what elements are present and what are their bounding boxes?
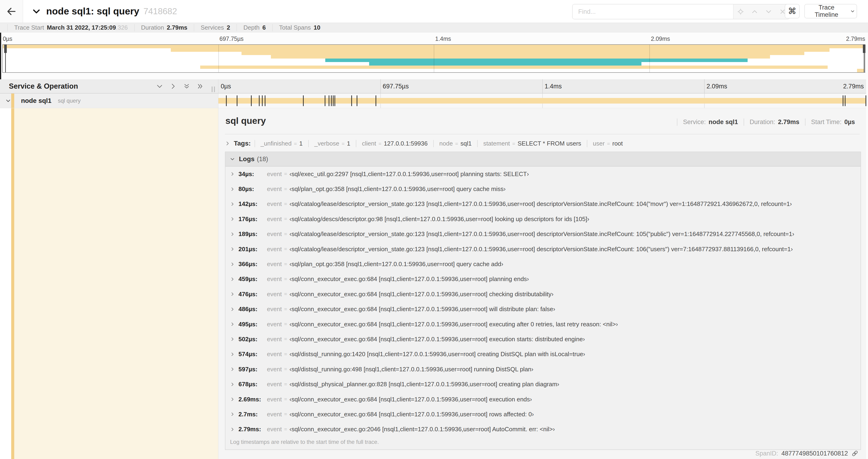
find-prev-button[interactable] <box>748 4 762 19</box>
chevron-right-icon[interactable] <box>230 217 235 221</box>
chevron-right-icon[interactable] <box>230 382 235 387</box>
scrubber-grip[interactable] <box>4 44 7 53</box>
back-button[interactable] <box>0 0 23 23</box>
chevron-right-icon[interactable] <box>230 292 235 296</box>
log-row[interactable]: 678µs: event = ‹sql/distsql_physical_pla… <box>225 377 861 392</box>
chevron-right-icon[interactable] <box>230 322 235 327</box>
log-row[interactable]: 502µs: event = ‹sql/conn_executor_exec.g… <box>225 332 861 347</box>
trace-minimap[interactable] <box>2 44 865 73</box>
meta-label: Duration <box>141 24 164 31</box>
link-icon[interactable] <box>851 450 859 457</box>
chevron-right-icon[interactable] <box>230 232 235 236</box>
tag-equals: = <box>378 141 381 147</box>
trace-meta-item: Duration 2.79ms <box>134 24 194 31</box>
expand-one-button[interactable] <box>169 83 177 90</box>
chevron-right-icon[interactable] <box>230 412 235 417</box>
scrubber-grip[interactable] <box>863 44 865 53</box>
chevron-right-icon[interactable] <box>230 337 235 341</box>
log-event-tick <box>262 95 262 106</box>
chevron-right-icon[interactable] <box>230 307 235 312</box>
ruler-tick-1: 697.75µs <box>383 83 409 90</box>
log-event-tick <box>303 95 304 106</box>
log-event-tick <box>265 95 265 106</box>
trace-meta-item: Services 2 <box>194 24 237 31</box>
log-event-tick <box>845 95 846 106</box>
find-next-button[interactable] <box>762 4 776 19</box>
log-row[interactable]: 459µs: event = ‹sql/conn_executor_exec.g… <box>225 272 861 287</box>
meta-value: 10 <box>314 24 320 31</box>
timeline-header-ruler: 0µs 697.75µs 1.4ms 2.09ms 2.79ms <box>218 79 866 93</box>
log-row[interactable]: 189µs: event = ‹sql/catalog/lease/descri… <box>225 227 861 242</box>
trace-metadata-bar: Trace Start March 31 2022, 17:25:09.326 … <box>0 23 868 32</box>
minimap-gridline <box>434 45 434 72</box>
log-event-tick <box>357 95 358 106</box>
find-input[interactable] <box>572 4 733 19</box>
log-equals: = <box>284 411 287 417</box>
log-row[interactable]: 176µs: event = ‹sql/catalog/descs/descri… <box>225 211 861 226</box>
minimap-span-bar <box>857 69 864 72</box>
keyboard-shortcuts-button[interactable]: ⌘ <box>785 4 800 19</box>
log-timestamp: 476µs: <box>239 291 267 298</box>
logs-section: Logs (18) 34µs: event = ‹sql/exec_ut <box>225 152 861 450</box>
chevron-down-icon <box>850 9 855 14</box>
span-detail-region: sql query Service: node sql1 Duration: 2… <box>0 108 866 459</box>
log-equals: = <box>284 336 287 342</box>
log-equals: = <box>284 291 287 297</box>
log-timestamp: 459µs: <box>239 275 267 283</box>
chevron-right-icon[interactable] <box>225 141 230 146</box>
log-row[interactable]: 486µs: event = ‹sql/conn_executor_exec.g… <box>225 302 861 317</box>
collapse-trace-chevron-down-icon[interactable] <box>32 7 41 16</box>
log-row[interactable]: 142µs: event = ‹sql/catalog/lease/descri… <box>225 197 861 211</box>
tag-equals: = <box>455 141 458 147</box>
log-row[interactable]: 2.69ms: event = ‹sql/conn_executor_exec.… <box>225 392 861 407</box>
log-row[interactable]: 366µs: event = ‹sql/plan_opt.go:358 [nsq… <box>225 257 861 271</box>
minimap-left-scrubber[interactable] <box>5 45 6 72</box>
chevron-down-icon[interactable] <box>229 156 235 162</box>
chevron-right-icon[interactable] <box>230 397 235 402</box>
chevron-down-icon[interactable] <box>5 98 11 104</box>
chevron-right-icon[interactable] <box>230 367 235 371</box>
locate-button[interactable] <box>734 4 748 19</box>
log-field-key: event <box>267 321 282 328</box>
ruler-gridline <box>380 79 381 93</box>
tags-row[interactable]: Tags: _unfinished = 1 _verbose = 1 <box>225 138 860 149</box>
chevron-right-icon[interactable] <box>230 172 235 176</box>
collapse-all-button[interactable] <box>183 83 190 90</box>
column-resize-grip[interactable] <box>212 87 215 92</box>
log-field-key: event <box>267 291 282 298</box>
expand-all-button[interactable] <box>197 83 204 90</box>
chevron-right-icon[interactable] <box>230 187 235 192</box>
span-row-timeline-cell[interactable] <box>218 94 866 108</box>
span-row-name-cell[interactable]: node sql1 sql query <box>0 94 218 108</box>
chevron-right-icon[interactable] <box>230 277 235 282</box>
chevron-right-icon[interactable] <box>230 262 235 267</box>
tag-equals: = <box>342 141 345 147</box>
log-row[interactable]: 574µs: event = ‹sql/distsql_running.go:1… <box>225 347 861 362</box>
detail-left-column <box>0 108 218 459</box>
minimap-right-scrubber[interactable] <box>864 45 865 72</box>
span-id-label: SpanID: <box>755 450 778 457</box>
log-timestamp: 201µs: <box>239 245 267 253</box>
chevron-right-icon[interactable] <box>230 202 235 206</box>
logs-count: (18) <box>257 156 268 163</box>
log-row[interactable]: 34µs: event = ‹sql/exec_util.go:2297 [ns… <box>225 167 861 182</box>
collapse-one-button[interactable] <box>156 83 163 90</box>
log-row[interactable]: 597µs: event = ‹sql/distsql_running.go:4… <box>225 362 861 377</box>
log-row[interactable]: 2.79ms: event = ‹sql/conn_executor_exec.… <box>225 422 861 437</box>
log-row[interactable]: 80µs: event = ‹sql/plan_opt.go:358 [nsql… <box>225 182 861 196</box>
log-row[interactable]: 2.7ms: event = ‹sql/conn_executor_exec.g… <box>225 407 861 422</box>
log-row[interactable]: 495µs: event = ‹sql/conn_executor_exec.g… <box>225 317 861 332</box>
view-select-button[interactable]: Trace Timeline <box>804 4 857 19</box>
chevron-right-icon[interactable] <box>230 247 235 252</box>
ruler-tick-3: 2.09ms <box>707 83 727 90</box>
trace-meta-item: Total Spans 10 <box>272 24 327 31</box>
chevron-right-icon <box>169 83 177 90</box>
chevron-down-icon <box>156 83 163 90</box>
logs-header[interactable]: Logs (18) <box>225 152 861 167</box>
log-row[interactable]: 476µs: event = ‹sql/conn_executor_exec.g… <box>225 287 861 302</box>
log-row[interactable]: 201µs: event = ‹sql/catalog/lease/descri… <box>225 242 861 257</box>
chevron-right-icon[interactable] <box>230 427 235 432</box>
log-field-value: ‹sql/distsql_running.go:1420 [nsql1,clie… <box>289 351 585 358</box>
span-log-ticks <box>218 94 866 108</box>
chevron-right-icon[interactable] <box>230 352 235 357</box>
